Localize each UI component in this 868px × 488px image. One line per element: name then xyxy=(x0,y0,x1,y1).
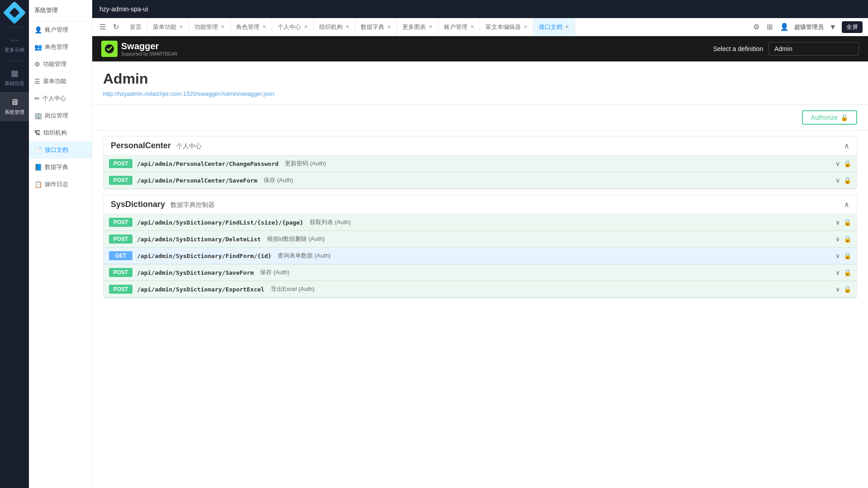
tab-account[interactable]: 账户管理 ✕ xyxy=(439,18,480,36)
settings-icon[interactable]: ⚙ xyxy=(751,21,761,33)
section-chevron-personal: ∧ xyxy=(844,141,849,150)
position-icon: 🏢 xyxy=(34,112,42,119)
menu-item-api[interactable]: 📄 接口文档 xyxy=(29,141,92,159)
sidebar-item-more[interactable]: ⋯ 更多示例 xyxy=(0,29,29,59)
swagger-actions: Authorize 🔒 xyxy=(92,105,868,131)
endpoint-change-password[interactable]: POST /api/admin/PersonalCenter/ChangePas… xyxy=(104,155,857,172)
swagger-logo: Swagger Supported by SMARTBEAR xyxy=(101,41,177,57)
swagger-title: Swagger xyxy=(121,41,177,52)
tab-close-more-chart[interactable]: ✕ xyxy=(429,24,433,30)
menu-toggle-icon[interactable]: ☰ xyxy=(98,21,108,33)
endpoint-desc3: 获取列表 (Auth) xyxy=(310,218,351,226)
sidebar-item-label-basic: 基础信息 xyxy=(5,80,24,87)
chevron-down-icon5: ∨ xyxy=(835,252,840,259)
menu-item-dict[interactable]: 📘 数据字典 xyxy=(29,159,92,176)
refresh-icon[interactable]: ↻ xyxy=(111,21,121,33)
app-logo[interactable] xyxy=(0,0,29,25)
dropdown-icon[interactable]: ▼ xyxy=(827,21,838,33)
sidebar-item-label-system: 系统管理 xyxy=(5,109,24,116)
swagger-logo-icon xyxy=(101,41,118,57)
endpoint-right5: ∨ 🔒 xyxy=(835,252,851,259)
endpoint-save-form-dict[interactable]: POST /api/admin/SysDictionary/SaveForm 保… xyxy=(104,264,857,281)
swagger-select-area: Select a definition Admin xyxy=(713,42,859,56)
tab-api-doc[interactable]: 接口文档 ✕ xyxy=(533,18,575,36)
endpoint-delete-list[interactable]: POST /api/admin/SysDictionary/DeleteList… xyxy=(104,231,857,248)
menu-item-account[interactable]: 👤 账户管理 xyxy=(29,21,92,38)
swagger-select-label: Select a definition xyxy=(713,45,763,52)
fullscreen-label: 全屏 xyxy=(846,23,858,31)
api-icon: 📄 xyxy=(34,146,42,154)
sidebar-item-label: 更多示例 xyxy=(5,47,24,53)
tab-close-org[interactable]: ✕ xyxy=(345,24,349,30)
tab-function[interactable]: 功能管理 ✕ xyxy=(189,18,231,36)
menu-icon: ☰ xyxy=(34,78,40,85)
endpoint-desc5: 查询表单数据 (Auth) xyxy=(278,252,330,260)
sidebar-item-basic[interactable]: ▦ 基础信息 xyxy=(0,63,29,92)
tab-menu[interactable]: 菜单功能 ✕ xyxy=(147,18,189,36)
tab-home[interactable]: 首页 xyxy=(124,18,147,36)
section-chevron-dict: ∧ xyxy=(844,200,849,209)
user-icon[interactable]: 👤 xyxy=(778,21,791,33)
tab-role[interactable]: 角色管理 ✕ xyxy=(231,18,272,36)
menu-item-log[interactable]: 📋 操作日志 xyxy=(29,176,92,193)
endpoint-save-form-personal[interactable]: POST /api/admin/PersonalCenter/SaveForm … xyxy=(104,172,857,189)
tab-personal[interactable]: 个人中心 ✕ xyxy=(272,18,314,36)
main-container: hzy-admin-spa-ui ☰ ↻ 首页 菜单功能 ✕ 功能管理 ✕ 角色… xyxy=(92,0,868,488)
swagger-url-link[interactable]: http://hzyadmin.milaizhjie.com:1520/swag… xyxy=(103,90,274,97)
swagger-header: Swagger Supported by SMARTBEAR Select a … xyxy=(92,36,868,61)
function-icon: ⚙ xyxy=(34,61,40,68)
tab-close-dict[interactable]: ✕ xyxy=(387,24,391,30)
lock-icon6: 🔒 xyxy=(844,269,851,276)
tab-close-menu[interactable]: ✕ xyxy=(179,24,183,30)
tab-close-role[interactable]: ✕ xyxy=(262,24,266,30)
lock-icon7: 🔒 xyxy=(844,286,851,293)
method-badge-post3: POST xyxy=(109,218,132,227)
org-icon: 🏗 xyxy=(34,129,41,136)
endpoint-export-excel[interactable]: POST /api/admin/SysDictionary/ExportExce… xyxy=(104,281,857,298)
swagger-definition-select[interactable]: Admin xyxy=(769,42,859,56)
lock-icon3: 🔒 xyxy=(844,219,851,226)
fullscreen-button[interactable]: 全屏 xyxy=(842,21,863,33)
api-section-header-personal[interactable]: PersonalCenter 个人中心 ∧ xyxy=(104,136,857,155)
menu-item-org[interactable]: 🏗 组织机构 xyxy=(29,124,92,141)
menu-item-function[interactable]: ⚙ 功能管理 xyxy=(29,56,92,73)
authorize-button[interactable]: Authorize 🔒 xyxy=(802,110,857,125)
authorize-lock-icon: 🔒 xyxy=(840,114,848,121)
sidebar-main: 系统管理 👤 账户管理 👥 角色管理 ⚙ 功能管理 ☰ 菜单功能 ✏ 个人中心 … xyxy=(29,0,92,488)
section-title-dict: SysDictionary 数据字典控制器 xyxy=(111,200,215,209)
endpoint-path: /api/admin/PersonalCenter/ChangePassword xyxy=(137,160,278,167)
app-bar: hzy-admin-spa-ui xyxy=(92,0,868,18)
grid-icon: ▦ xyxy=(11,68,19,78)
menu-item-role[interactable]: 👥 角色管理 xyxy=(29,38,92,56)
tab-close-personal[interactable]: ✕ xyxy=(304,24,308,30)
menu-item-position[interactable]: 🏢 岗位管理 xyxy=(29,107,92,124)
split-icon[interactable]: ⊞ xyxy=(765,21,774,33)
endpoint-find-list[interactable]: POST /api/admin/SysDictionary/FindList/{… xyxy=(104,214,857,231)
endpoint-find-form[interactable]: GET /api/admin/SysDictionary/FindForm/{i… xyxy=(104,248,857,264)
endpoint-desc4: 根据id数组删除 (Auth) xyxy=(267,235,325,243)
tab-close-rich-text[interactable]: ✕ xyxy=(524,24,528,30)
tab-close-account[interactable]: ✕ xyxy=(470,24,474,30)
endpoint-path5: /api/admin/SysDictionary/FindForm/{id} xyxy=(137,253,271,259)
user-name[interactable]: 超级管理员 xyxy=(794,23,824,31)
endpoint-path3: /api/admin/SysDictionary/FindList/{size}… xyxy=(137,219,303,226)
method-badge-post2: POST xyxy=(109,176,132,185)
chevron-down-icon4: ∨ xyxy=(835,235,840,243)
api-section-header-dict[interactable]: SysDictionary 数据字典控制器 ∧ xyxy=(104,195,857,214)
endpoint-path6: /api/admin/SysDictionary/SaveForm xyxy=(137,269,254,276)
menu-item-personal[interactable]: ✏ 个人中心 xyxy=(29,90,92,107)
tab-rich-text[interactable]: 富文本编辑器 ✕ xyxy=(480,18,533,36)
menu-item-menu[interactable]: ☰ 菜单功能 xyxy=(29,73,92,90)
api-section-personal-center: PersonalCenter 个人中心 ∧ POST /api/admin/Pe… xyxy=(103,136,857,189)
sidebar-item-system[interactable]: 🖥 系统管理 xyxy=(0,92,29,121)
tab-close-api-doc[interactable]: ✕ xyxy=(565,24,569,30)
method-badge-post6: POST xyxy=(109,285,132,294)
tab-more-chart[interactable]: 更多图表 ✕ xyxy=(397,18,439,36)
tab-dict[interactable]: 数据字典 ✕ xyxy=(355,18,397,36)
authorize-label: Authorize xyxy=(811,114,838,121)
tab-close-function[interactable]: ✕ xyxy=(221,24,225,30)
chevron-down-icon7: ∨ xyxy=(835,286,840,293)
chevron-down-icon: ∨ xyxy=(835,160,840,167)
personal-icon: ✏ xyxy=(34,95,40,102)
tab-org[interactable]: 组织机构 ✕ xyxy=(314,18,355,36)
